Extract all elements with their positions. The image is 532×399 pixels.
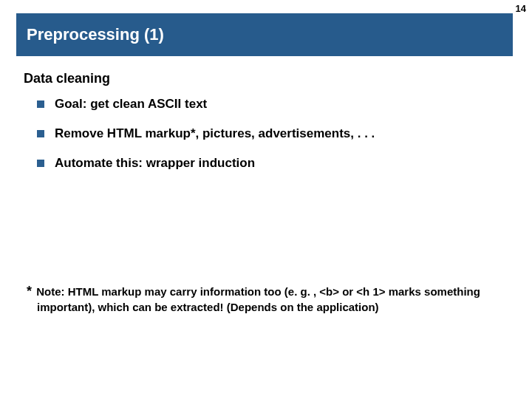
body-heading: Data cleaning [24, 71, 508, 86]
list-item: Goal: get clean ASCII text [37, 97, 508, 112]
slide: 14 Preprocessing (1) Data cleaning Goal:… [0, 0, 532, 399]
title-bar: Preprocessing (1) [16, 13, 513, 56]
bullet-text: Goal: get clean ASCII text [55, 97, 207, 112]
footnote-star: * [27, 282, 33, 300]
bullet-list: Goal: get clean ASCII text Remove HTML m… [37, 97, 508, 171]
footnote: * Note: HTML markup may carry informatio… [37, 282, 507, 316]
list-item: Remove HTML markup*, pictures, advertise… [37, 126, 508, 141]
slide-body: Data cleaning Goal: get clean ASCII text… [24, 71, 508, 185]
bullet-text: Remove HTML markup*, pictures, advertise… [55, 126, 375, 141]
square-bullet-icon [37, 100, 44, 108]
square-bullet-icon [37, 160, 44, 167]
footnote-text: Note: HTML markup may carry information … [36, 285, 480, 313]
bullet-text: Automate this: wrapper induction [55, 156, 255, 171]
square-bullet-icon [37, 130, 44, 137]
page-number: 14 [516, 3, 526, 14]
slide-title: Preprocessing (1) [27, 25, 164, 44]
list-item: Automate this: wrapper induction [37, 156, 508, 171]
